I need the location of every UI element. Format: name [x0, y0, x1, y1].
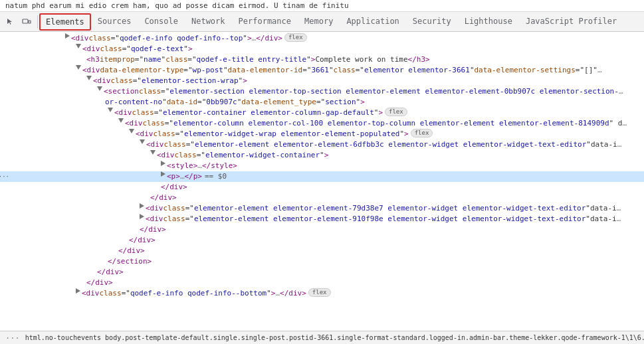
code-line[interactable]: <div class="qodef-e-info qodef-info--bot…: [0, 288, 644, 299]
triangle-icon[interactable]: [140, 214, 144, 219]
page-top-bar: natum phd earum mi edio crem ham, quo ad…: [0, 0, 644, 12]
code-line[interactable]: <div class="elementor-container elemento…: [0, 108, 644, 118]
code-line[interactable]: </div>: [0, 278, 644, 288]
triangle-icon[interactable]: [140, 139, 145, 144]
triangle-icon[interactable]: [97, 86, 102, 91]
svg-rect-1: [29, 21, 31, 23]
tab-performance[interactable]: Performance: [232, 12, 298, 32]
triangle-icon[interactable]: [76, 288, 80, 294]
page-top-text: natum phd earum mi edio crem ham, quo ad…: [5, 1, 349, 10]
code-line[interactable]: </section>: [0, 256, 644, 267]
code-line[interactable]: </div>: [0, 246, 644, 256]
tab-sources[interactable]: Sources: [91, 12, 138, 32]
code-line[interactable]: <style>…</style>: [0, 161, 644, 171]
code-area: <div class="qodef-e-info qodef-info--top…: [0, 32, 644, 331]
devtools-toolbar: Elements Sources Console Network Perform…: [0, 12, 644, 32]
tab-security[interactable]: Security: [406, 12, 458, 32]
code-line[interactable]: <section class="elementor-section elemen…: [0, 86, 644, 97]
code-line[interactable]: <div class="elementor-element elementor-…: [0, 139, 644, 150]
code-line[interactable]: <div class="qodef-e-info qodef-info--top…: [0, 33, 644, 44]
code-line[interactable]: </div>: [0, 193, 644, 203]
breadcrumb-text[interactable]: html.no-touchevents body.post-template-d…: [25, 334, 644, 341]
tab-javascript-profiler[interactable]: JavaScript Profiler: [519, 12, 623, 32]
tab-memory[interactable]: Memory: [298, 12, 340, 32]
triangle-icon[interactable]: [76, 65, 81, 70]
triangle-icon[interactable]: [86, 76, 92, 80]
device-toggle-icon[interactable]: [20, 15, 33, 29]
cursor-icon[interactable]: [4, 15, 17, 29]
code-line[interactable]: <div class="elementor-element elementor-…: [0, 214, 644, 224]
code-line[interactable]: <div class="elementor-widget-container">: [0, 150, 644, 161]
code-line[interactable]: <div class="elementor-section-wrap">: [0, 76, 644, 86]
flex-badge: flex: [308, 288, 331, 297]
triangle-icon[interactable]: [161, 161, 165, 166]
tab-elements[interactable]: Elements: [39, 13, 91, 31]
triangle-icon[interactable]: [129, 129, 134, 133]
code-line[interactable]: </div>: [0, 182, 644, 193]
code-line[interactable]: </div>: [0, 267, 644, 278]
flex-badge: flex: [385, 108, 407, 116]
triangle-icon[interactable]: [65, 33, 70, 39]
tab-console[interactable]: Console: [138, 12, 185, 32]
flex-badge: flex: [284, 33, 307, 42]
triangle-icon[interactable]: [150, 150, 156, 155]
code-line[interactable]: </div>: [0, 235, 644, 246]
code-line[interactable]: <div class="elementor-column elementor-c…: [0, 118, 644, 129]
triangle-icon[interactable]: [140, 203, 144, 209]
triangle-icon[interactable]: [108, 108, 113, 112]
code-line[interactable]: </div>: [0, 224, 644, 235]
triangle-icon[interactable]: [118, 118, 124, 123]
flex-badge: flex: [411, 129, 433, 137]
triangle-icon[interactable]: [76, 44, 81, 48]
code-line[interactable]: <div class="elementor-element elementor-…: [0, 203, 644, 214]
code-line[interactable]: <div class="elementor-widget-wrap elemen…: [0, 129, 644, 139]
code-line[interactable]: <div class="qodef-e-text">: [0, 44, 644, 54]
code-line[interactable]: <div data-elementor-type="wp-post" data-…: [0, 65, 644, 76]
code-line-current[interactable]: ··· <p>…</p>== $0: [0, 171, 644, 182]
status-bar: ··· html.no-touchevents body.post-templa…: [0, 331, 644, 344]
tab-network[interactable]: Network: [185, 12, 232, 32]
status-dots: ···: [5, 333, 20, 343]
triangle-icon[interactable]: [161, 171, 165, 177]
svg-rect-0: [23, 19, 28, 23]
toolbar-icon-group: [3, 15, 38, 29]
tab-lighthouse[interactable]: Lighthouse: [458, 12, 519, 32]
code-line[interactable]: <h3 itemprop="name" class="qodef-e-title…: [0, 54, 644, 65]
code-line-continuation: or-content-no" data-id="0bb907c" data-el…: [0, 97, 644, 108]
tab-application[interactable]: Application: [340, 12, 405, 32]
